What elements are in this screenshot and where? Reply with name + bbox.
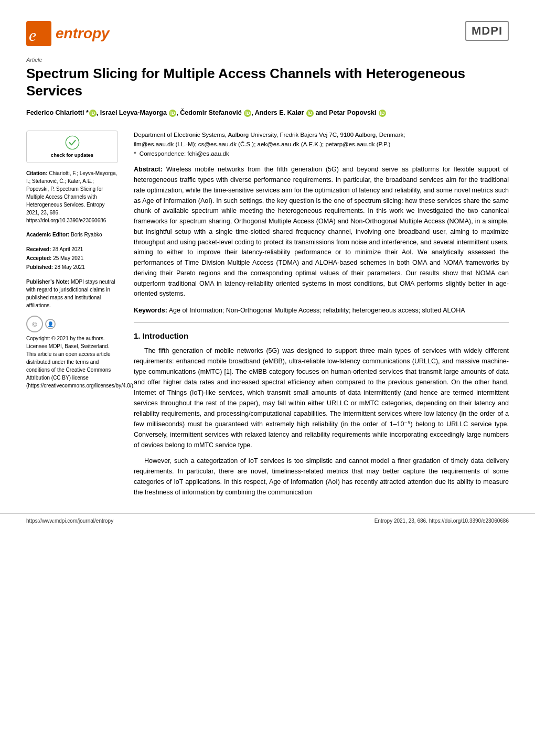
orcid-icon-5: iD bbox=[379, 110, 386, 117]
orcid-icon-2: iD bbox=[169, 110, 176, 117]
abstract-text: Wireless mobile networks from the fifth … bbox=[134, 166, 509, 297]
citation-block: Citation: Chiariotti, F.; Leyva-Mayorga,… bbox=[26, 169, 118, 224]
badge-row bbox=[31, 135, 113, 150]
publisher-note: Publisher’s Note: MDPI stays neutral wit… bbox=[26, 278, 118, 309]
keywords-label: Keywords: bbox=[134, 307, 167, 314]
published-label: Published: bbox=[26, 264, 53, 270]
academic-editor-block: Academic Editor: Boris Ryabko bbox=[26, 231, 118, 239]
abstract-label: Abstract: bbox=[134, 166, 163, 173]
header: e entropy MDPI bbox=[0, 21, 535, 57]
received-label: Received: bbox=[26, 246, 51, 252]
svg-text:e: e bbox=[29, 26, 36, 45]
published-row: Published: 28 May 2021 bbox=[26, 263, 118, 272]
author-kalor: Anders E. Kalør iD bbox=[255, 109, 314, 116]
published-date: 28 May 2021 bbox=[55, 264, 85, 270]
cc-person-icon: 👤 bbox=[45, 319, 56, 329]
accepted-row: Accepted: 25 May 2021 bbox=[26, 254, 118, 263]
cc-logo: © 👤 bbox=[26, 316, 56, 332]
authors-line: Federico Chiariotti *iD, Israel Leyva-Ma… bbox=[26, 107, 509, 118]
copyright-text: Copyright: © 2021 by the authors. Licens… bbox=[26, 334, 118, 390]
citation-label: Citation: bbox=[26, 170, 48, 176]
svg-point-2 bbox=[66, 136, 79, 149]
introduction-body: The fifth generation of mobile networks … bbox=[134, 345, 509, 498]
check-updates-box: check for updates bbox=[26, 131, 118, 163]
orcid-icon-1: iD bbox=[89, 110, 97, 117]
page-footer: https://www.mdpi.com/journal/entropy Ent… bbox=[0, 513, 535, 524]
article-title: Spectrum Slicing for Multiple Access Cha… bbox=[26, 65, 509, 99]
affiliation-line2: ilm@es.aau.dk (I.L.-M); cs@es.aau.dk (Č.… bbox=[134, 140, 509, 149]
orcid-icon-3: iD bbox=[244, 110, 251, 117]
check-updates-label: check for updates bbox=[31, 152, 113, 158]
two-column-layout: check for updates Citation: Chiariotti, … bbox=[0, 125, 535, 503]
cc-circle-icon: © bbox=[26, 316, 43, 332]
entropy-flame-icon: e bbox=[26, 21, 51, 46]
author-stefanovic: Čedomir Stefanović iD bbox=[180, 109, 251, 116]
affiliation-line1: Department of Electronic Systems, Aalbor… bbox=[134, 131, 509, 140]
publisher-note-label: Publisher’s Note: bbox=[26, 279, 69, 285]
accepted-label: Accepted: bbox=[26, 255, 51, 261]
author-popovski: and Petar Popovski iD bbox=[315, 109, 386, 116]
mdpi-logo: MDPI bbox=[465, 21, 509, 41]
intro-paragraph-1: The fifth generation of mobile networks … bbox=[134, 345, 509, 450]
affiliations: Department of Electronic Systems, Aalbor… bbox=[134, 131, 509, 158]
article-type: Article bbox=[26, 57, 509, 63]
received-row: Received: 28 April 2021 bbox=[26, 245, 118, 254]
entropy-logo: e entropy bbox=[26, 21, 110, 46]
dates-block: Received: 28 April 2021 Accepted: 25 May… bbox=[26, 245, 118, 272]
cc-license-block: © 👤 Copyright: © 2021 by the authors. Li… bbox=[26, 316, 118, 390]
footer-right: Entropy 2021, 23, 686. https://doi.org/1… bbox=[374, 518, 509, 524]
accepted-date: 25 May 2021 bbox=[53, 255, 83, 261]
keywords-block: Keywords: Age of Information; Non-Orthog… bbox=[134, 306, 509, 316]
received-date: 28 April 2021 bbox=[52, 246, 83, 252]
footer-left: https://www.mdpi.com/journal/entropy bbox=[26, 518, 113, 524]
academic-editor-name: Boris Ryabko bbox=[71, 232, 102, 237]
citation-text: Chiariotti, F.; Leyva-Mayorga, I.; Stefa… bbox=[26, 170, 117, 223]
page: e entropy MDPI Article Spectrum Slicing … bbox=[0, 0, 535, 756]
author-chiariotti: Federico Chiariotti *iD bbox=[26, 109, 97, 116]
entropy-logo-text: entropy bbox=[56, 25, 110, 42]
introduction-section: 1. Introduction The fifth generation of … bbox=[134, 331, 509, 498]
academic-editor-label: Academic Editor: bbox=[26, 232, 69, 237]
check-updates-icon bbox=[65, 135, 80, 150]
intro-paragraph-2: However, such a categorization of IoT se… bbox=[134, 456, 509, 498]
abstract-block: Abstract: Wireless mobile networks from … bbox=[134, 165, 509, 299]
orcid-icon-4: iD bbox=[306, 110, 314, 117]
affiliation-correspondence: * Correspondence: fchi@es.aau.dk bbox=[134, 149, 509, 159]
keywords-text: Age of Information; Non-Orthogonal Multi… bbox=[169, 307, 465, 314]
introduction-heading: 1. Introduction bbox=[134, 331, 509, 340]
author-leyva: Israel Leyva-Mayorga iD bbox=[100, 109, 177, 116]
section-divider bbox=[134, 322, 509, 323]
right-column: Department of Electronic Systems, Aalbor… bbox=[129, 131, 509, 503]
left-column: check for updates Citation: Chiariotti, … bbox=[26, 131, 129, 503]
